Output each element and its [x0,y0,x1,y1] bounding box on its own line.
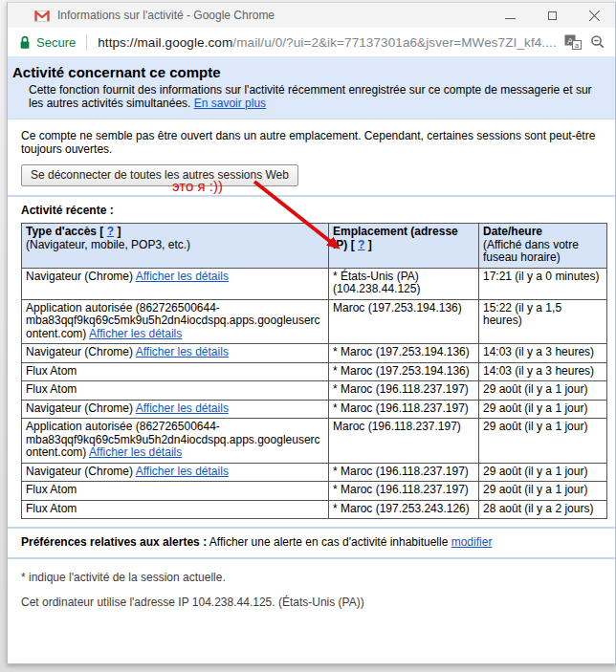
url-field[interactable]: https://mail.google.com/mail/u/0/?ui=2&i… [98,35,556,50]
desktop-background: Informations sur l'activité - Google Chr… [0,0,616,672]
access-cell: Navigateur (Chrome) Afficher les détails [22,400,329,419]
access-type-text: Flux Atom [26,364,77,378]
url-path: /mail/u/0/?ui=2&ik=77137301a6&jsver=MWes… [232,35,556,50]
modify-alerts-link[interactable]: modifier [451,535,493,549]
location-cell: * Maroc (196.118.237.197) [329,463,479,482]
location-cell: Maroc (196.118.237.197) [329,419,479,464]
alert-preferences-text: Afficher une alerte en cas d'activité in… [209,535,449,549]
window-title: Informations sur l'activité - Google Chr… [57,9,489,22]
table-row: Flux Atom * Maroc (197.253.194.136) 14:0… [22,362,607,381]
details-link[interactable]: Afficher les détails [136,401,229,415]
access-cell: Flux Atom [22,362,329,381]
main-section: Ce compte ne semble pas être ouvert dans… [8,129,615,609]
maximize-button[interactable] [531,3,573,28]
details-link[interactable]: Afficher les détails [136,465,229,478]
details-link[interactable]: Afficher les détails [89,445,182,459]
access-type-text: Navigateur (Chrome) [26,465,133,478]
translate-icon[interactable]: A a [564,34,582,51]
gmail-icon [34,11,50,22]
access-cell: Navigateur (Chrome) Afficher les détails [22,463,329,482]
lock-icon [19,35,31,50]
maximize-icon [548,11,557,20]
location-cell: * Maroc (196.118.237.197) [329,482,479,501]
table-row: Flux Atom * Maroc (197.253.243.126) 28 a… [22,500,607,519]
url-separator [86,34,87,51]
table-row: Flux Atom * Maroc (196.118.237.197) 29 a… [22,381,607,401]
session-footnote: * indique l'activité de la session actue… [21,571,607,584]
annotation-text: это я :)) [172,178,223,194]
header-access-type: Type d'accès [ ? ] (Navigateur, mobile, … [22,224,329,269]
access-cell: Application autorisée (862726500644-mba8… [22,419,329,464]
header-datetime-subtitle: (Affiché dans votre fuseau horaire) [483,239,603,265]
page-title: Activité concernant ce compte [12,64,605,80]
header-access-subtitle: (Navigateur, mobile, POP3, etc.) [26,239,324,252]
access-cell: Flux Atom [22,381,329,401]
access-cell: Flux Atom [22,500,329,519]
location-cell: * Maroc (197.253.194.136) [329,344,479,363]
activity-table-body: Navigateur (Chrome) Afficher les détails… [22,268,607,519]
header-access-title: Type d'accès [26,225,97,238]
secure-label[interactable]: Secure [36,35,76,50]
account-activity-header: Activité concernant ce compte Cette fonc… [8,57,615,119]
location-cell: * États-Unis (PA) (104.238.44.125) [329,268,479,299]
table-row: Flux Atom * Maroc (196.118.237.197) 29 a… [22,482,607,501]
location-cell: * Maroc (197.253.194.136) [329,362,479,381]
zoom-out-icon[interactable] [590,34,605,50]
svg-text:a: a [575,41,580,50]
datetime-cell: 29 août (il y a 1 jour) [479,463,607,482]
datetime-cell: 14:03 (il y a 3 heures) [479,344,607,363]
divider [8,557,615,559]
bracket: [ [99,225,106,238]
signout-all-sessions-button[interactable]: Se déconnecter de toutes les autres sess… [21,164,298,186]
divider [8,527,615,529]
table-header-row: Type d'accès [ ? ] (Navigateur, mobile, … [22,224,607,269]
chrome-popup-window: Informations sur l'activité - Google Chr… [7,2,616,664]
bracket: [ [351,238,358,251]
window-controls [489,3,615,28]
bracket: ] [114,225,121,238]
bracket: ] [364,238,371,251]
access-cell: Navigateur (Chrome) Afficher les détails [22,344,329,363]
table-row: Navigateur (Chrome) Afficher les détails… [22,400,607,419]
datetime-cell: 29 août (il y a 1 jour) [479,482,607,501]
access-help-link[interactable]: ? [107,225,114,238]
location-cell: * Maroc (196.118.237.197) [329,400,479,419]
url-host: https://mail.google.com [98,35,232,50]
access-cell: Flux Atom [22,482,329,501]
details-link[interactable]: Afficher les détails [136,345,229,358]
activity-table: Type d'accès [ ? ] (Navigateur, mobile, … [21,223,607,519]
table-row: Navigateur (Chrome) Afficher les détails… [22,463,607,482]
header-datetime-title: Date/heure [483,225,542,238]
table-row: Navigateur (Chrome) Afficher les détails… [22,344,607,363]
recent-activity-label: Activité récente : [21,204,607,217]
location-cell: * Maroc (197.253.243.126) [329,500,479,519]
access-type-text: Flux Atom [26,502,77,515]
session-status-text: Ce compte ne semble pas être ouvert dans… [21,129,607,156]
learn-more-link[interactable]: En savoir plus [194,97,266,110]
table-row: Application autorisée (862726500644-mba8… [22,299,607,344]
divider [8,195,615,197]
datetime-cell: 29 août (il y a 1 jour) [479,400,607,419]
datetime-cell: 29 août (il y a 1 jour) [479,381,607,401]
minimize-icon [505,18,516,19]
access-type-text: Navigateur (Chrome) [26,270,133,283]
computer-ip-note: Cet ordinateur utilise l'adresse IP 104.… [21,596,607,609]
details-link[interactable]: Afficher les détails [89,327,182,340]
page-content: это я :)) Activité concernant ce compte … [8,57,615,663]
access-cell: Application autorisée (862726500644-mba8… [22,299,329,344]
location-cell: Maroc (197.253.194.136) [329,299,479,344]
alert-preferences-label: Préférences relatives aux alertes : [21,535,207,549]
access-cell: Navigateur (Chrome) Afficher les détails [22,268,329,299]
header-location: Emplacement (adresse IP) [ ? ] [329,224,479,269]
datetime-cell: 15:22 (il y a 1,5 heures) [479,299,607,344]
page-description: Cette fonction fournit des informations … [29,83,605,110]
address-bar: Secure https://mail.google.com/mail/u/0/… [8,28,615,57]
access-type-text: Navigateur (Chrome) [26,345,133,358]
access-type-text: Flux Atom [26,483,77,496]
datetime-cell: 17:21 (il y a 0 minutes) [479,268,607,299]
window-titlebar[interactable]: Informations sur l'activité - Google Chr… [8,3,615,28]
datetime-cell: 28 août (il y a 2 jours) [479,500,607,519]
details-link[interactable]: Afficher les détails [136,270,229,283]
close-button[interactable] [573,3,615,28]
minimize-button[interactable] [489,3,531,28]
